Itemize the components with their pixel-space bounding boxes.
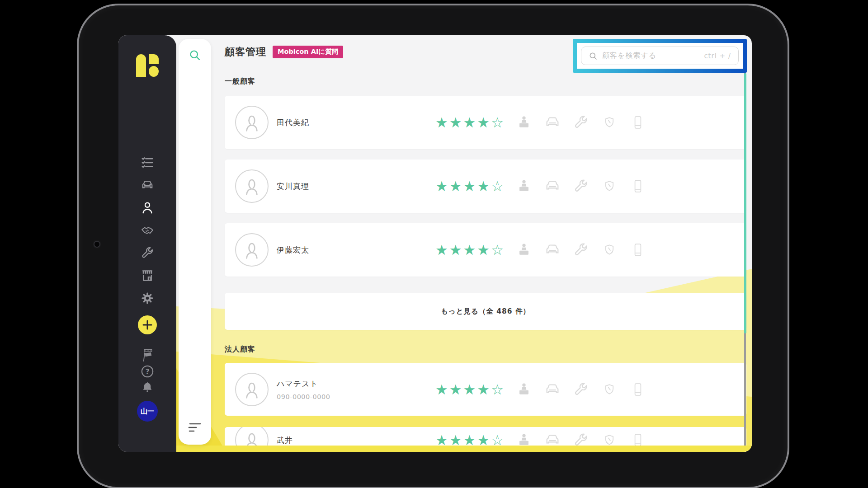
tools-panel	[179, 39, 211, 445]
phone-icon[interactable]	[630, 114, 646, 131]
svg-text:?: ?	[146, 368, 150, 376]
sidebar-item-customers[interactable]	[140, 201, 155, 215]
sidebar-item-flag[interactable]	[140, 349, 155, 362]
row-actions	[516, 96, 646, 149]
customer-search-input[interactable]: 顧客を検索する ctrl + /	[581, 47, 739, 65]
rating-stars[interactable]: ★★★★☆	[435, 96, 505, 149]
customer-row[interactable]: ハマテスト 090-0000-0000 ★★★★☆	[225, 363, 746, 416]
gear-icon	[141, 291, 154, 305]
car-icon	[141, 178, 154, 192]
sidebar-item-store[interactable]	[140, 268, 155, 282]
yellow-bottom-strip	[176, 446, 752, 452]
customer-identity: 武井	[277, 435, 435, 446]
section-corporate-label: 法人顧客	[225, 345, 255, 354]
customer-row[interactable]: 田代美紀 ★★★★☆	[225, 96, 746, 149]
reception-icon[interactable]	[516, 114, 532, 131]
avatar	[235, 373, 269, 406]
search-placeholder: 顧客を検索する	[602, 51, 656, 61]
person-silhouette-icon	[242, 239, 261, 260]
rating-stars[interactable]: ★★★★☆	[435, 223, 505, 277]
person-silhouette-icon	[242, 176, 261, 197]
filter-icon[interactable]	[188, 422, 202, 433]
sidebar-item-maintenance[interactable]	[140, 246, 155, 260]
bell-icon	[141, 380, 154, 394]
sidebar-item-settings[interactable]	[140, 291, 155, 305]
wrench-icon[interactable]	[573, 381, 589, 398]
sidebar-item-tasks[interactable]	[140, 155, 155, 169]
sidebar-nav	[118, 155, 176, 305]
person-silhouette-icon	[242, 112, 261, 133]
car-icon[interactable]	[544, 242, 561, 258]
avatar	[235, 169, 269, 203]
car-icon[interactable]	[544, 178, 561, 194]
avatar	[235, 106, 269, 139]
sidebar-secondary: ?	[118, 349, 176, 394]
shield-icon[interactable]	[601, 178, 618, 194]
handshake-icon	[141, 224, 154, 237]
page-title: 顧客管理	[225, 45, 266, 59]
sidebar: ? 山一	[118, 35, 176, 452]
search-icon[interactable]	[189, 49, 201, 61]
reception-icon[interactable]	[516, 381, 532, 398]
row-actions	[516, 160, 646, 213]
customer-name: 武井	[277, 435, 435, 446]
row-actions	[516, 223, 646, 277]
page-header: 顧客管理 Mobicon AIに質問	[225, 45, 343, 59]
customer-name: 田代美紀	[277, 117, 435, 128]
avatar	[235, 233, 269, 267]
add-button[interactable]	[138, 315, 157, 334]
phone-icon[interactable]	[630, 242, 646, 258]
search-icon	[589, 52, 598, 61]
mobicon-ai-badge[interactable]: Mobicon AIに質問	[273, 46, 343, 58]
section-general-label: 一般顧客	[225, 77, 255, 86]
flag-ruler-icon	[141, 349, 154, 362]
question-icon: ?	[141, 365, 154, 378]
customer-identity: 田代美紀	[277, 117, 435, 128]
corporate-customer-list: ハマテスト 090-0000-0000 ★★★★☆	[225, 363, 746, 452]
show-more-button[interactable]: もっと見る（全 486 件）	[225, 293, 746, 330]
mobicon-logo-icon[interactable]	[135, 53, 160, 78]
search-shortcut: ctrl + /	[704, 52, 731, 60]
person-icon	[141, 201, 154, 215]
storefront-icon	[141, 269, 154, 282]
reception-icon[interactable]	[516, 178, 532, 194]
phone-icon[interactable]	[630, 381, 646, 398]
app-screen: 顧客管理 Mobicon AIに質問 一般顧客 田代美紀 ★★★★☆	[118, 35, 752, 452]
person-silhouette-icon	[242, 379, 261, 400]
car-icon[interactable]	[544, 114, 561, 131]
wrench-icon[interactable]	[573, 178, 589, 194]
customer-name: ハマテスト	[277, 379, 435, 389]
customer-name: 伊藤宏太	[277, 245, 435, 255]
sidebar-item-partners[interactable]	[140, 223, 155, 237]
shield-icon[interactable]	[601, 114, 618, 131]
user-avatar[interactable]: 山一	[137, 401, 158, 422]
front-camera	[94, 241, 100, 248]
customer-phone: 090-0000-0000	[277, 393, 435, 400]
row-actions	[516, 363, 646, 416]
page-background: 顧客管理 Mobicon AIに質問 一般顧客 田代美紀 ★★★★☆	[0, 0, 868, 488]
customer-identity: ハマテスト 090-0000-0000	[277, 379, 435, 400]
customer-name: 安川真理	[277, 181, 435, 192]
sidebar-item-vehicles[interactable]	[140, 178, 155, 192]
wrench-icon[interactable]	[573, 242, 589, 258]
sidebar-item-notifications[interactable]	[140, 380, 155, 394]
customer-identity: 安川真理	[277, 181, 435, 192]
scrollbar-thumb[interactable]	[744, 73, 746, 333]
customer-search-highlight: 顧客を検索する ctrl + /	[573, 39, 747, 73]
shield-icon[interactable]	[601, 381, 618, 398]
phone-icon[interactable]	[630, 178, 646, 194]
plus-icon	[142, 320, 152, 330]
customer-identity: 伊藤宏太	[277, 245, 435, 255]
shield-icon[interactable]	[601, 242, 618, 258]
car-icon[interactable]	[544, 381, 561, 398]
customer-row[interactable]: 安川真理 ★★★★☆	[225, 160, 746, 213]
checklist-icon	[141, 156, 154, 169]
customer-row[interactable]: 伊藤宏太 ★★★★☆	[225, 223, 746, 277]
rating-stars[interactable]: ★★★★☆	[435, 160, 505, 213]
wrench-icon	[141, 246, 154, 260]
sidebar-item-help[interactable]: ?	[140, 365, 155, 378]
rating-stars[interactable]: ★★★★☆	[435, 363, 505, 416]
general-customer-list: 田代美紀 ★★★★☆	[225, 96, 746, 287]
wrench-icon[interactable]	[573, 114, 589, 131]
reception-icon[interactable]	[516, 242, 532, 258]
